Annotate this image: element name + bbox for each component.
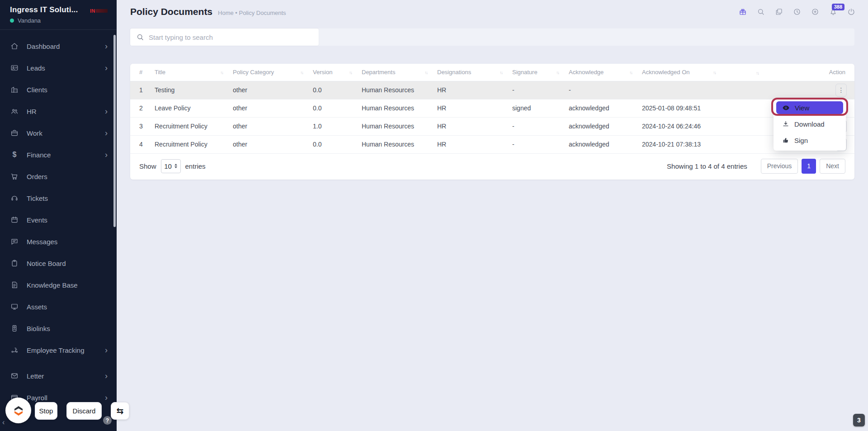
sidebar-item-leads[interactable]: Leads › — [0, 57, 117, 79]
chevron-right-icon: › — [105, 151, 108, 159]
sidebar-item-knowledge-base[interactable]: Knowledge Base › — [0, 274, 117, 296]
sort-icon[interactable]: ↑↓ — [500, 70, 502, 75]
show-label: Show — [139, 162, 156, 170]
entries-label: entries — [185, 162, 206, 170]
search-input[interactable] — [149, 33, 319, 41]
calendar-icon — [10, 216, 19, 224]
sidebar-item-notice-board[interactable]: Notice Board › — [0, 252, 117, 274]
gift-icon[interactable] — [739, 8, 747, 16]
menu-item-view[interactable]: View — [776, 101, 843, 114]
stop-button[interactable]: Stop — [35, 402, 57, 420]
sidebar-nav: Dashboard › Leads › Clients › HR › Work … — [0, 30, 117, 408]
sidebar-scrollbar[interactable] — [113, 35, 116, 227]
table-footer: Show 10 entries Showing 1 to 4 of 4 entr… — [130, 152, 854, 180]
sidebar-item-events[interactable]: Events › — [0, 209, 117, 231]
chevron-right-icon: › — [105, 346, 108, 354]
briefcase-icon — [10, 129, 19, 137]
thumbs-up-icon — [782, 137, 789, 144]
hexagon-logo-icon — [11, 403, 26, 418]
sort-icon[interactable]: ↑↓ — [713, 70, 716, 75]
users-icon — [10, 107, 19, 115]
cart-icon — [10, 172, 19, 180]
clipboard-icon — [10, 259, 19, 267]
sort-icon[interactable]: ↑↓ — [349, 70, 352, 75]
current-page-button[interactable]: 1 — [802, 159, 816, 174]
monitor-icon — [10, 303, 19, 311]
collapse-chevron-icon[interactable]: ‹ — [2, 418, 5, 426]
table-header-row: # ↑↓Title ↑↓Policy Category ↑↓Version ↑↓… — [130, 64, 854, 81]
bottom-right-count-badge[interactable]: 3 — [853, 414, 865, 426]
help-badge[interactable]: ? — [103, 416, 112, 425]
column-header-policy-category: ↑↓Policy Category — [233, 64, 313, 81]
next-page-button[interactable]: Next — [820, 159, 845, 174]
tracking-icon — [10, 346, 19, 354]
sidebar-item-letter[interactable]: Letter › — [0, 365, 117, 387]
sort-icon[interactable]: ↑↓ — [425, 70, 427, 75]
sort-icon[interactable]: ↑↓ — [629, 70, 632, 75]
table-row[interactable]: 2Leave Policyother 0.0Human ResourcesHR … — [130, 99, 854, 117]
notes-icon[interactable] — [775, 8, 783, 16]
search-icon[interactable] — [757, 8, 765, 16]
sidebar-item-biolinks[interactable]: Biolinks › — [0, 317, 117, 339]
chevron-right-icon: › — [105, 64, 108, 72]
menu-item-sign[interactable]: Sign — [774, 132, 846, 148]
sort-icon[interactable]: ↑↓ — [300, 70, 303, 75]
chevron-right-icon: › — [105, 42, 108, 50]
select-arrows-icon — [175, 164, 177, 168]
sidebar-item-dashboard[interactable]: Dashboard › — [0, 35, 117, 57]
sidebar-item-tickets[interactable]: Tickets › — [0, 187, 117, 209]
column-header-extra: ↑↓ — [726, 64, 769, 81]
screen: Ingress IT Soluti... Vandana IN Dashboar… — [0, 0, 868, 431]
user-row: Vandana — [10, 17, 108, 24]
search-box — [130, 28, 319, 46]
notification-badge: 388 — [832, 4, 844, 10]
power-icon[interactable] — [847, 8, 855, 16]
envelope-icon — [10, 372, 19, 380]
swap-arrows-button[interactable]: ⇆ — [111, 402, 129, 420]
policy-table-card: # ↑↓Title ↑↓Policy Category ↑↓Version ↑↓… — [130, 64, 854, 180]
headset-icon — [10, 194, 19, 202]
table-row[interactable]: 3Recruitment Policyother 1.0Human Resour… — [130, 117, 854, 135]
plus-circle-icon[interactable] — [811, 8, 819, 16]
column-header-acknowledge: ↑↓Acknowledge — [569, 64, 642, 81]
sort-icon[interactable]: ↑↓ — [556, 70, 559, 75]
sidebar-item-work[interactable]: Work › — [0, 122, 117, 144]
column-header-version: ↑↓Version — [313, 64, 362, 81]
sort-icon[interactable]: ↑↓ — [220, 70, 223, 75]
page-size-select[interactable]: 10 — [161, 159, 181, 173]
sidebar-item-messages[interactable]: Messages › — [0, 231, 117, 252]
page-title: Policy Documents — [130, 6, 212, 17]
eye-icon — [782, 104, 790, 112]
column-header--: # — [130, 64, 155, 81]
row-action-kebab-button[interactable]: ⋮ — [835, 84, 847, 97]
download-icon — [782, 120, 789, 128]
action-dropdown-menu: View Download Sign — [774, 99, 846, 151]
topbar-icons: 388 — [739, 0, 855, 24]
brand-logo: IN — [90, 8, 108, 14]
clock-icon[interactable] — [793, 8, 801, 16]
chevron-right-icon: › — [105, 129, 108, 137]
discard-button[interactable]: Discard — [66, 402, 102, 420]
table-row[interactable]: 4Recruitment Policyother 0.0Human Resour… — [130, 135, 854, 153]
table-row[interactable]: 1Testingother 0.0Human ResourcesHR -- ⋮ — [130, 81, 854, 99]
column-header-designations: ↑↓Designations — [437, 64, 512, 81]
sidebar-item-finance[interactable]: $ Finance › — [0, 144, 117, 166]
breadcrumb: Home • Policy Documents — [218, 8, 286, 16]
recorder-logo-button[interactable] — [5, 398, 31, 423]
menu-item-download[interactable]: Download — [774, 116, 846, 132]
online-status-dot — [10, 19, 14, 23]
sidebar-item-hr[interactable]: HR › — [0, 100, 117, 122]
sidebar-item-employee-tracking[interactable]: Employee Tracking › — [0, 339, 117, 361]
building-icon — [10, 85, 19, 94]
sort-icon[interactable]: ↑↓ — [756, 71, 759, 76]
sidebar-header: Ingress IT Soluti... Vandana IN — [0, 0, 117, 30]
pagination: Showing 1 to 4 of 4 entries Previous 1 N… — [667, 159, 845, 174]
chevron-right-icon: › — [105, 107, 108, 115]
sidebar-item-assets[interactable]: Assets › — [0, 296, 117, 317]
column-header-signature: ↑↓Signature — [512, 64, 569, 81]
sidebar: Ingress IT Soluti... Vandana IN Dashboar… — [0, 0, 117, 431]
sidebar-item-orders[interactable]: Orders › — [0, 166, 117, 187]
bell-icon[interactable]: 388 — [829, 8, 837, 16]
previous-page-button[interactable]: Previous — [761, 159, 798, 174]
sidebar-item-clients[interactable]: Clients › — [0, 79, 117, 100]
